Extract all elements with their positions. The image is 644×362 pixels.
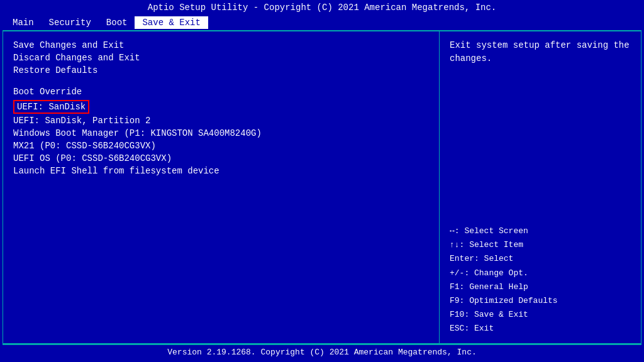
key-optimized-defaults: F9: Optimized Defaults bbox=[450, 294, 631, 308]
title-text: Aptio Setup Utility - Copyright (C) 2021… bbox=[148, 3, 497, 13]
boot-item-0[interactable]: UEFI: SanDisk bbox=[13, 99, 429, 114]
boot-item-0-label[interactable]: UEFI: SanDisk bbox=[13, 100, 89, 114]
footer: Version 2.19.1268. Copyright (C) 2021 Am… bbox=[3, 344, 641, 359]
key-enter: Enter: Select bbox=[450, 252, 631, 266]
nav-boot[interactable]: Boot bbox=[99, 16, 135, 29]
nav-save-exit[interactable]: Save & Exit bbox=[135, 16, 208, 29]
boot-item-5[interactable]: Launch EFI Shell from filesystem device bbox=[13, 165, 429, 177]
gap1 bbox=[13, 77, 429, 85]
key-esc: ESC: Exit bbox=[450, 322, 631, 336]
menu-save-changes-exit[interactable]: Save Changes and Exit bbox=[13, 39, 429, 52]
boot-items-container: UEFI: SanDisk UEFI: SanDisk, Partition 2… bbox=[13, 99, 429, 177]
title-bar: Aptio Setup Utility - Copyright (C) 2021… bbox=[0, 0, 644, 15]
left-panel: Save Changes and Exit Discard Changes an… bbox=[3, 31, 440, 343]
key-change-opt: +/-: Change Opt. bbox=[450, 266, 631, 280]
footer-text: Version 2.19.1268. Copyright (C) 2021 Am… bbox=[167, 348, 476, 357]
app: Aptio Setup Utility - Copyright (C) 2021… bbox=[0, 0, 644, 362]
menu-restore-defaults[interactable]: Restore Defaults bbox=[13, 64, 429, 77]
boot-item-1[interactable]: UEFI: SanDisk, Partition 2 bbox=[13, 114, 429, 127]
main-content: Save Changes and Exit Discard Changes an… bbox=[3, 31, 641, 344]
key-legend: ↔: Select Screen ↑↓: Select Item Enter: … bbox=[450, 224, 631, 336]
help-text: Exit system setup after saving the chang… bbox=[450, 39, 631, 65]
nav-bar: Main Security Boot Save & Exit bbox=[0, 15, 644, 30]
nav-main[interactable]: Main bbox=[5, 16, 42, 29]
boot-item-2[interactable]: Windows Boot Manager (P1: KINGSTON SA400… bbox=[13, 127, 429, 140]
key-general-help: F1: General Help bbox=[450, 280, 631, 294]
boot-item-4[interactable]: UEFI OS (P0: CSSD-S6B240CG3VX) bbox=[13, 152, 429, 165]
menu-discard-changes-exit[interactable]: Discard Changes and Exit bbox=[13, 52, 429, 64]
boot-override-label: Boot Override bbox=[13, 85, 429, 98]
key-select-screen: ↔: Select Screen bbox=[450, 224, 631, 238]
key-save-exit: F10: Save & Exit bbox=[450, 308, 631, 322]
right-panel: Exit system setup after saving the chang… bbox=[440, 31, 641, 343]
key-select-item: ↑↓: Select Item bbox=[450, 238, 631, 252]
boot-item-3[interactable]: MX21 (P0: CSSD-S6B240CG3VX) bbox=[13, 140, 429, 152]
nav-security[interactable]: Security bbox=[42, 16, 99, 29]
